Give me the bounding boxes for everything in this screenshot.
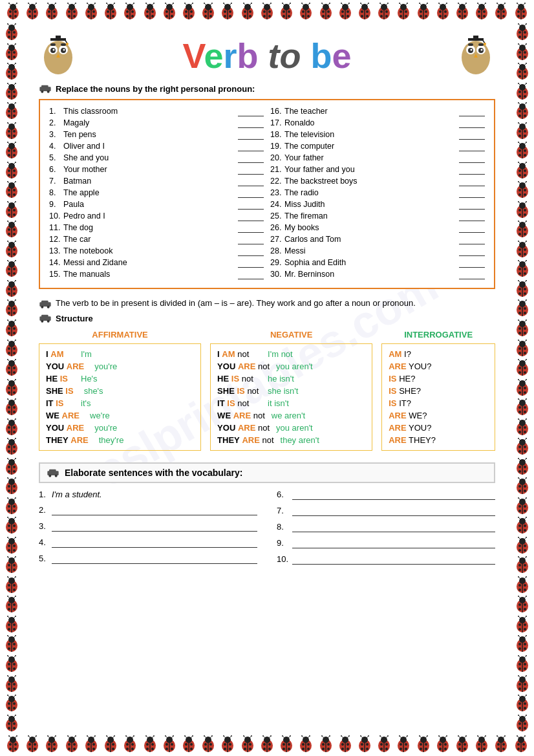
svg-point-42: [484, 43, 486, 45]
ladybug-border: [434, 735, 452, 753]
elaborate-item: 2.: [39, 505, 257, 515]
grammar-row: IT IS it's: [46, 398, 194, 408]
grammar-row: WE ARE we're: [46, 411, 194, 420]
ladybug-border: [258, 3, 276, 21]
ladybug-border: [63, 735, 81, 753]
list-item: 4.Oliver and I: [49, 142, 264, 151]
grammar-row: SHE IS she's: [46, 386, 194, 396]
list-item: 19.The computer: [270, 142, 485, 151]
elaborate-section-instruction: Elaborate sentences with the vocabulary:: [39, 462, 495, 483]
svg-rect-22: [61, 43, 66, 46]
list-item: 15.The manuals: [49, 270, 264, 279]
ladybug-border: [492, 3, 510, 21]
grammar-row: YOU ARE you're: [46, 423, 194, 433]
border-right: [513, 23, 531, 733]
ladybug-border: [199, 3, 217, 21]
ladybug-border: [141, 3, 159, 21]
ladybug-border: [336, 735, 354, 753]
ladybug-border: [121, 735, 139, 753]
ladybug-border: [82, 3, 100, 21]
ladybug-border: [434, 3, 452, 21]
list-item: 17.Ronaldo: [270, 118, 485, 128]
list-item: 18.The television: [270, 130, 485, 140]
list-item: 25.The fireman: [270, 211, 485, 221]
car-icon: [39, 83, 52, 94]
list-item: 20.Your father: [270, 153, 485, 163]
list-item: 7.Batman: [49, 177, 264, 186]
list-item: 29.Sophia and Edith: [270, 258, 485, 268]
svg-point-45: [41, 91, 43, 93]
affirmative-title: AFFIRMATIVE: [39, 330, 201, 340]
ladybug-border: [239, 735, 257, 753]
interrog-row: IS HE?: [389, 374, 488, 383]
ladybug-border: [121, 3, 139, 21]
svg-rect-56: [49, 470, 56, 472]
list-item: 10.Pedro and I: [49, 211, 264, 221]
ladybug-border: [317, 3, 335, 21]
svg-point-35: [481, 49, 483, 51]
interrog-row: ARE YOU?: [389, 423, 488, 433]
ladybug-border: [23, 3, 41, 21]
ladybug-border: [414, 735, 433, 753]
svg-rect-40: [473, 36, 478, 39]
ladybug-border: [199, 735, 217, 753]
svg-point-58: [55, 475, 58, 477]
elaborate-title: Elaborate sentences with the vocabulary:: [65, 468, 242, 478]
border-top: [0, 0, 534, 23]
ladybug-border: [375, 3, 393, 21]
border-bottom: [0, 733, 534, 756]
interrog-row: AM I?: [389, 349, 488, 359]
svg-point-54: [47, 320, 50, 323]
ladybug-border: [82, 735, 100, 753]
ladybug-border: [453, 3, 471, 21]
list-item: 11.The dog: [49, 223, 264, 233]
svg-point-49: [41, 306, 43, 308]
ladybug-border: [180, 3, 198, 21]
ladybug-border: [394, 3, 412, 21]
ladybug-border: [453, 735, 471, 753]
grammar-row: I AM not I'm not: [217, 349, 365, 359]
interrog-row: ARE WE?: [389, 411, 488, 420]
elaborate-item: 1. I'm a student.: [39, 490, 257, 499]
svg-rect-52: [41, 315, 48, 318]
ladybug-border: [512, 3, 530, 21]
ladybug-border: [160, 735, 178, 753]
title-section: Verb to be: [39, 36, 495, 76]
ladybug-border: [356, 735, 374, 753]
ladybug-border: [4, 3, 22, 21]
grammar-row: THEY ARE they're: [46, 435, 194, 445]
interrog-row: IS SHE?: [389, 386, 488, 396]
elaborate-right-col: 6. 7. 8. 9. 10.: [277, 490, 495, 570]
ladybug-border: [317, 735, 335, 753]
elaborate-item: 7.: [277, 506, 495, 516]
grammar-row: YOU ARE not you aren't: [217, 362, 365, 371]
ladybug-border: [239, 3, 257, 21]
ladybug-border: [414, 3, 433, 21]
info-line: The verb to be in present is divided in …: [39, 298, 495, 309]
grammar-row: YOU ARE you're: [46, 362, 194, 371]
ladybug-border: [43, 3, 61, 21]
list-item: 21.Your father and you: [270, 165, 485, 175]
ladybug-border: [375, 735, 393, 753]
list-item: 3.Ten pens: [49, 130, 264, 140]
page-title: Verb to be: [182, 36, 351, 75]
interrogative-box: INTERROGATIVE AM I? ARE YOU? IS HE? IS S…: [381, 330, 495, 451]
svg-point-57: [48, 475, 51, 477]
border-left: [3, 23, 21, 733]
list-item: 28.Messi: [270, 246, 485, 256]
car-icon2: [39, 299, 52, 309]
svg-point-50: [47, 306, 50, 308]
grammar-row: HE IS He's: [46, 374, 194, 383]
exercise-right-col: 16.The teacher 17.Ronaldo 18.The televis…: [270, 107, 485, 281]
svg-point-46: [47, 91, 50, 93]
section1-instruction: Replace the nouns by the right personal …: [39, 83, 495, 94]
elaborate-item: 4.: [39, 537, 257, 548]
interrog-row: ARE YOU?: [389, 362, 488, 371]
negative-box: NEGATIVE I AM not I'm not YOU ARE not yo…: [210, 330, 372, 451]
list-item: 12.The car: [49, 235, 264, 244]
list-item: 6.Your mother: [49, 165, 264, 175]
ladybug-border: [101, 3, 120, 21]
exercise-box: 1.This classroom 2.Magaly 3.Ten pens 4.O…: [39, 99, 495, 289]
ladybug-border: [43, 735, 61, 753]
list-item: 27.Carlos and Tom: [270, 235, 485, 244]
